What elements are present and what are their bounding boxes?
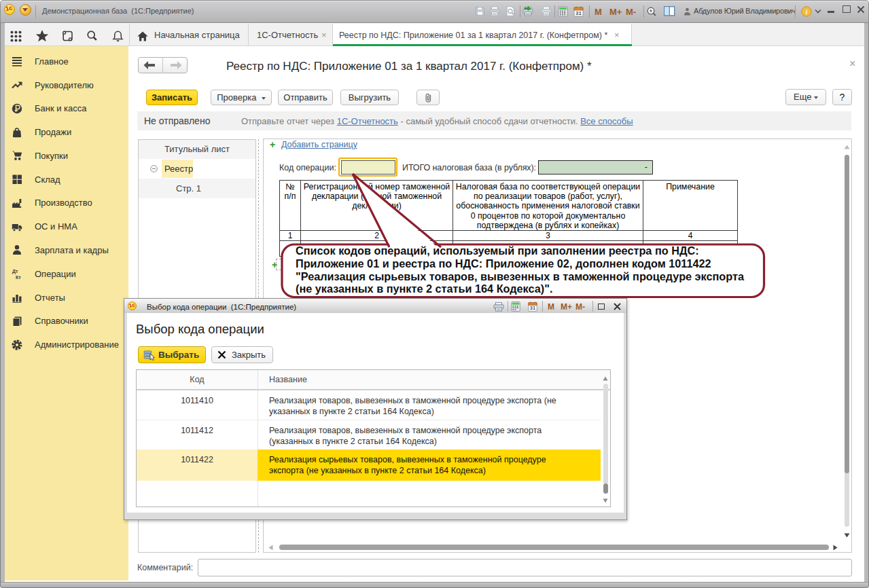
svg-text:Дт: Дт xyxy=(12,269,18,274)
svg-text:Кт: Кт xyxy=(16,275,21,280)
svg-text:31: 31 xyxy=(575,10,582,16)
svg-text:31: 31 xyxy=(530,305,535,311)
